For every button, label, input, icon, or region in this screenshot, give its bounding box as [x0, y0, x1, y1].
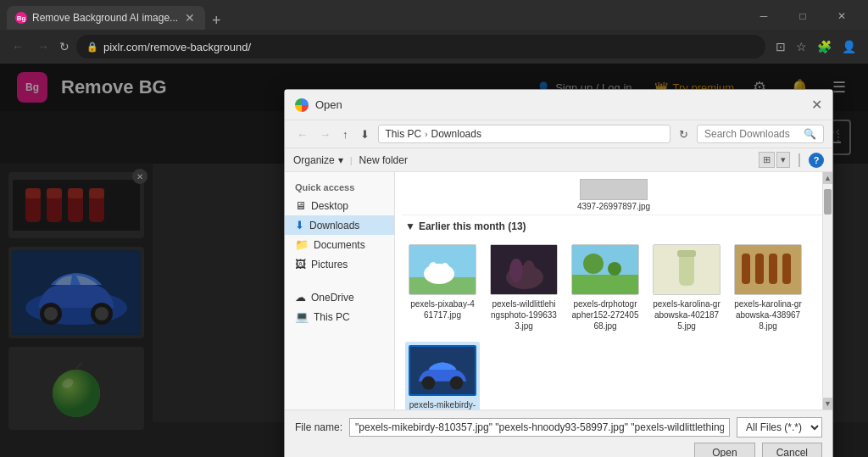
back-button[interactable]: ← — [8, 36, 27, 57]
svg-point-35 — [583, 254, 604, 274]
maximize-button[interactable]: □ — [783, 3, 822, 30]
file-name-0: pexels-pixabay-461717.jpg — [409, 298, 476, 320]
dialog-recent-button[interactable]: ⬇ — [357, 126, 373, 142]
file-open-dialog: Open ✕ ← → ↑ ⬇ This PC › Downloads ↻ — [284, 89, 833, 457]
dialog-search-box[interactable]: 🔍 — [697, 125, 824, 143]
sidebar-this-pc[interactable]: 💻 This PC — [285, 307, 394, 326]
scroll-thumb[interactable] — [824, 189, 832, 215]
refresh-button[interactable]: ↻ — [59, 40, 70, 53]
svg-rect-43 — [769, 254, 777, 284]
documents-icon: 📁 — [295, 238, 309, 251]
dialog-nav: ← → ↑ ⬇ This PC › Downloads ↻ 🔍 — [285, 120, 832, 148]
dialog-back-button[interactable]: ← — [293, 126, 311, 142]
extension-icon[interactable]: 🧩 — [814, 36, 835, 57]
window-controls: ─ □ ✕ — [744, 3, 861, 30]
dialog-up-button[interactable]: ↑ — [339, 126, 352, 142]
view-buttons: ⊞ ▾ — [759, 152, 790, 168]
onedrive-icon: ☁ — [295, 291, 306, 304]
profile-icon[interactable]: 👤 — [838, 36, 860, 57]
chrome-icon — [295, 98, 309, 112]
dialog-forward-button[interactable]: → — [316, 126, 334, 142]
main-content: Bg Remove BG 👤 Sign up / Log in 👑 Try pr… — [0, 64, 868, 457]
minimize-button[interactable]: ─ — [744, 3, 783, 30]
svg-rect-41 — [742, 254, 750, 284]
dialog-buttons: Open Cancel — [295, 443, 822, 457]
organize-button[interactable]: Organize ▾ — [293, 154, 343, 166]
cast-icon[interactable]: ⊡ — [772, 36, 789, 57]
lock-icon: 🔒 — [86, 42, 98, 53]
top-file-name: 4397-26997897.jpg — [577, 202, 650, 211]
file-thumb-5 — [409, 345, 476, 396]
organize-label: Organize — [293, 154, 335, 166]
file-thumb-1 — [490, 244, 558, 295]
dialog-footer: File name: All Files (*.*) Open Cancel — [285, 410, 832, 457]
filetype-select[interactable]: All Files (*.*) — [737, 417, 822, 437]
close-button[interactable]: ✕ — [822, 3, 861, 30]
file-thumb-2 — [571, 244, 639, 295]
file-thumb-0 — [409, 244, 476, 295]
active-tab[interactable]: Bg Remove Background AI image... ✕ — [7, 6, 205, 30]
tab-bar: Bg Remove Background AI image... ✕ + ─ □… — [0, 0, 868, 30]
file-name-5: pexels-mikebirdy-810357.jpg — [409, 399, 476, 410]
browser-window: Bg Remove Background AI image... ✕ + ─ □… — [0, 0, 868, 457]
help-button[interactable]: ? — [809, 153, 824, 168]
scroll-down[interactable]: ▼ — [823, 398, 832, 410]
sidebar-onedrive[interactable]: ☁ OneDrive — [285, 287, 394, 307]
svg-rect-39 — [677, 250, 696, 257]
svg-point-32 — [523, 260, 535, 277]
this-pc-label: This PC — [314, 311, 350, 323]
files-scrollbar[interactable]: ▲ ▼ — [822, 172, 832, 410]
top-file-thumb — [580, 179, 648, 200]
filename-input[interactable] — [349, 418, 730, 437]
cloud-section: ☁ OneDrive 💻 This PC — [285, 287, 394, 326]
svg-point-26 — [424, 264, 454, 284]
section-arrow: ▼ — [405, 220, 415, 232]
sidebar-downloads[interactable]: ⬇ Downloads — [285, 215, 394, 235]
dialog-sidebar: Quick access 🖥 Desktop ⬇ Downloads 📁 Doc… — [285, 172, 395, 410]
dialog-refresh-button[interactable]: ↻ — [676, 126, 692, 142]
view-dropdown[interactable]: ▾ — [776, 152, 790, 168]
file-name-3: pexels-karolina-grabowska-4021875.jpg — [653, 298, 721, 332]
pictures-icon: 🖼 — [295, 258, 306, 270]
file-item-2[interactable]: pexels-drphotographer152-27240568.jpg — [568, 241, 643, 335]
view-large-icon[interactable]: ⊞ — [759, 152, 775, 168]
file-item-5[interactable]: pexels-mikebirdy-810357.jpg — [405, 342, 480, 410]
url-text: pixlr.com/remove-background/ — [103, 41, 251, 53]
dialog-search-input[interactable] — [704, 128, 800, 140]
svg-rect-44 — [782, 254, 791, 284]
file-item-3[interactable]: pexels-karolina-grabowska-4021875.jpg — [649, 241, 724, 335]
organize-chevron: ▾ — [338, 154, 343, 166]
file-item-1[interactable]: pexels-wildlittlehingsphoto-1996333.jpg — [487, 241, 561, 335]
open-button[interactable]: Open — [694, 443, 754, 457]
dialog-overlay: Open ✕ ← → ↑ ⬇ This PC › Downloads ↻ — [0, 64, 868, 457]
dialog-path[interactable]: This PC › Downloads — [378, 125, 671, 143]
scroll-up[interactable]: ▲ — [823, 172, 832, 184]
path-this-pc: This PC — [386, 128, 422, 140]
svg-rect-34 — [572, 275, 638, 294]
cancel-button[interactable]: Cancel — [762, 443, 822, 457]
dialog-title: Open — [315, 98, 342, 111]
svg-point-47 — [450, 376, 464, 390]
address-bar: ← → ↻ 🔒 pixlr.com/remove-background/ ⊡ ☆… — [0, 30, 868, 64]
url-box[interactable]: 🔒 pixlr.com/remove-background/ — [76, 35, 765, 59]
dialog-close-button[interactable]: ✕ — [811, 97, 822, 113]
star-icon[interactable]: ☆ — [793, 36, 810, 57]
file-thumb-3 — [653, 244, 721, 295]
sidebar-documents[interactable]: 📁 Documents — [285, 235, 394, 254]
sidebar-desktop[interactable]: 🖥 Desktop — [285, 196, 394, 215]
new-tab-button[interactable]: + — [205, 12, 228, 30]
file-item-0[interactable]: pexels-pixabay-461717.jpg — [405, 241, 480, 335]
forward-button[interactable]: → — [34, 36, 53, 57]
toolbar-divider: | — [350, 155, 353, 165]
sidebar-pictures[interactable]: 🖼 Pictures — [285, 254, 394, 274]
svg-point-46 — [422, 376, 436, 390]
tab-title: Remove Background AI image... — [32, 12, 178, 24]
tab-favicon: Bg — [15, 12, 27, 24]
tab-close-button[interactable]: ✕ — [183, 9, 197, 26]
new-folder-button[interactable]: New folder — [359, 154, 408, 166]
file-thumb-4 — [734, 244, 802, 295]
svg-point-28 — [441, 263, 449, 275]
onedrive-label: OneDrive — [311, 292, 354, 304]
file-item-4[interactable]: pexels-karolina-grabowska-4389678.jpg — [731, 241, 805, 335]
top-partial-file: 4397-26997897.jpg — [402, 179, 826, 215]
